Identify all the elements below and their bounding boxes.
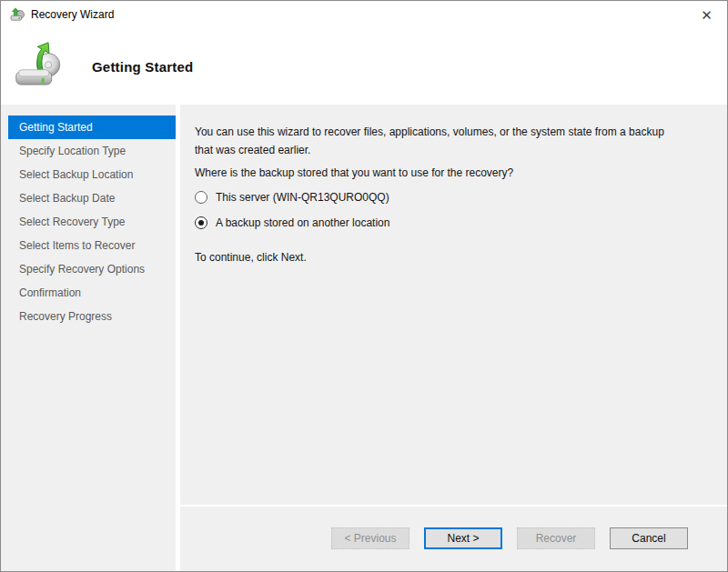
wizard-footer: < Previous Next > Recover Cancel <box>180 505 727 572</box>
backup-drive-recover-icon <box>14 41 66 94</box>
sidebar-item-confirmation[interactable]: Confirmation <box>8 281 176 305</box>
recover-button[interactable]: Recover <box>517 527 595 549</box>
wizard-body: Getting Started Specify Location Type Se… <box>1 105 727 572</box>
radio-circle-icon[interactable] <box>195 191 207 204</box>
radio-another-location[interactable]: A backup stored on another location <box>195 216 389 229</box>
getting-started-content: You can use this wizard to recover files… <box>180 105 727 505</box>
main-panel: You can use this wizard to recover files… <box>180 105 727 572</box>
sidebar-item-specify-location-type[interactable]: Specify Location Type <box>8 139 176 163</box>
sidebar-item-getting-started[interactable]: Getting Started <box>8 115 176 139</box>
titlebar: Recovery Wizard ✕ <box>1 1 727 28</box>
continue-note: To continue, click Next. <box>195 251 713 264</box>
backup-location-question: Where is the backup stored that you want… <box>195 166 713 179</box>
radio-this-server-label: This server (WIN-QR13QURO0QQ) <box>216 191 389 204</box>
sidebar-item-select-backup-location[interactable]: Select Backup Location <box>8 163 176 186</box>
sidebar-item-recovery-progress[interactable]: Recovery Progress <box>8 305 176 328</box>
radio-this-server[interactable]: This server (WIN-QR13QURO0QQ) <box>195 191 389 204</box>
wizard-header: Getting Started <box>1 28 727 105</box>
wizard-steps-sidebar: Getting Started Specify Location Type Se… <box>1 105 176 572</box>
radio-circle-selected-icon[interactable] <box>195 216 207 229</box>
backup-drive-small-icon <box>10 7 25 22</box>
cancel-button[interactable]: Cancel <box>610 527 688 549</box>
sidebar-item-select-backup-date[interactable]: Select Backup Date <box>8 186 176 210</box>
sidebar-item-select-recovery-type[interactable]: Select Recovery Type <box>8 210 176 234</box>
window-title: Recovery Wizard <box>31 8 114 21</box>
previous-button[interactable]: < Previous <box>331 527 410 549</box>
radio-another-location-label: A backup stored on another location <box>216 216 389 229</box>
intro-text: You can use this wizard to recover files… <box>195 123 677 159</box>
sidebar-item-select-items-to-recover[interactable]: Select Items to Recover <box>8 234 176 257</box>
sidebar-item-specify-recovery-options[interactable]: Specify Recovery Options <box>8 257 176 281</box>
next-button[interactable]: Next > <box>424 527 502 549</box>
page-title: Getting Started <box>92 59 193 75</box>
recovery-wizard-window: Recovery Wizard ✕ <box>0 0 728 572</box>
close-button[interactable]: ✕ <box>686 1 727 28</box>
